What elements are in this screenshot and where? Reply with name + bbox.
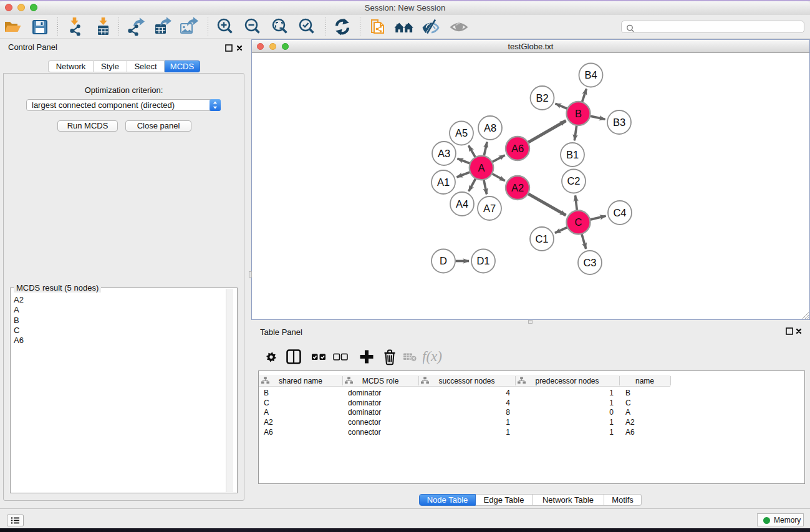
svg-text:B: B — [575, 108, 582, 119]
svg-text:C: C — [575, 216, 582, 228]
svg-text:B1: B1 — [566, 149, 579, 160]
svg-text:B4: B4 — [584, 69, 597, 80]
svg-text:A1: A1 — [437, 177, 450, 188]
svg-text:A6: A6 — [511, 143, 524, 154]
svg-text:A: A — [478, 162, 485, 173]
svg-text:C3: C3 — [583, 257, 596, 268]
svg-text:B2: B2 — [536, 92, 548, 104]
svg-text:B3: B3 — [613, 117, 625, 128]
svg-text:C2: C2 — [567, 175, 580, 186]
svg-text:C1: C1 — [535, 233, 548, 244]
svg-text:A4: A4 — [456, 198, 468, 210]
svg-text:D1: D1 — [476, 255, 489, 266]
svg-text:D: D — [440, 255, 447, 266]
svg-text:C4: C4 — [613, 207, 626, 218]
svg-text:f(x): f(x) — [423, 349, 442, 364]
svg-text:A2: A2 — [511, 182, 524, 193]
svg-text:A5: A5 — [455, 127, 468, 138]
svg-text:A3: A3 — [438, 148, 450, 159]
svg-text:A8: A8 — [484, 122, 496, 133]
svg-text:A7: A7 — [483, 203, 496, 214]
